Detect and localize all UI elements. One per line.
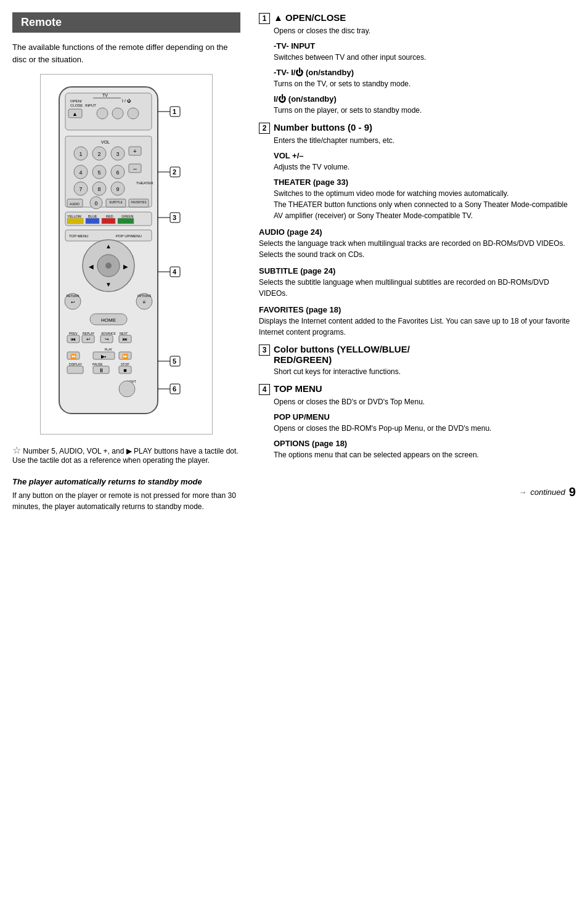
item-block-favorites: FAVORITES (page 18) Displays the Interne… <box>259 305 576 338</box>
svg-text:1: 1 <box>173 108 176 115</box>
item-title-theater: THEATER (page 33) <box>274 177 576 187</box>
svg-text:OPEN/: OPEN/ <box>70 99 82 103</box>
svg-text:8: 8 <box>97 186 100 192</box>
svg-text:+: + <box>133 148 137 155</box>
continued-arrow: → <box>518 488 526 497</box>
footer: → continued 9 <box>259 485 576 499</box>
svg-text:■: ■ <box>123 367 126 373</box>
standby-text: If any button on the player or remote is… <box>12 490 240 512</box>
svg-text:0: 0 <box>94 200 97 206</box>
svg-text:9: 9 <box>116 186 119 192</box>
svg-rect-107 <box>67 366 83 373</box>
svg-text:◀: ◀ <box>89 263 94 270</box>
item-text-vol: Adjusts the TV volume. <box>274 161 576 173</box>
item-title-player-standby: I/⏻ (on/standby) <box>274 94 576 104</box>
svg-text:VOL: VOL <box>101 140 110 144</box>
svg-text:GREEN: GREEN <box>121 214 134 218</box>
standby-section: The player automatically returns to stan… <box>12 477 240 512</box>
svg-text:6: 6 <box>173 385 176 393</box>
section-title: Remote <box>12 12 240 33</box>
item-block-subtitle: SUBTITLE (page 24) Selects the subtitle … <box>259 266 576 299</box>
item-text-options: The options menu that can be selected ap… <box>274 449 576 460</box>
svg-text:▲: ▲ <box>105 243 112 250</box>
item-title-vol: VOL +/– <box>274 151 576 160</box>
item-title-top-menu: TOP MENU <box>274 383 322 394</box>
item-text-audio: Selects the language track when multilin… <box>259 238 576 260</box>
svg-point-10 <box>97 108 108 119</box>
svg-text:RED: RED <box>106 214 113 218</box>
page-number: 9 <box>569 485 576 499</box>
svg-text:TV: TV <box>102 93 108 97</box>
item-number-2: 2 <box>259 123 270 134</box>
item-text-theater: Switches to the optimum video mode for w… <box>274 188 576 221</box>
svg-text:2: 2 <box>97 151 100 157</box>
svg-text:⏪: ⏪ <box>70 353 76 359</box>
svg-text:↩: ↩ <box>86 337 91 342</box>
svg-text:ADVANCE: ADVANCE <box>101 332 116 335</box>
item-title-favorites: FAVORITES (page 18) <box>259 305 576 314</box>
item-number-4: 4 <box>259 384 270 395</box>
item-title-open-close: ▲ OPEN/CLOSE <box>274 12 346 23</box>
svg-point-11 <box>112 108 123 119</box>
continued-text: continued <box>530 488 565 497</box>
right-column: 1 ▲ OPEN/CLOSE Opens or closes the disc … <box>253 12 576 512</box>
item-title-tv-standby: -TV- I/⏻ (on/standby) <box>274 68 576 77</box>
item-text-tv-standby: Turns on the TV, or sets to standby mode… <box>274 78 576 89</box>
item-block-audio: AUDIO (page 24) Selects the language tra… <box>259 227 576 260</box>
svg-text:3: 3 <box>116 151 119 157</box>
svg-text:POP UP/MENU: POP UP/MENU <box>116 234 142 238</box>
svg-text:▶•: ▶• <box>101 354 107 359</box>
item-text-player-standby: Turns on the player, or sets to standby … <box>274 105 576 116</box>
svg-text:▼: ▼ <box>105 281 112 288</box>
item-number-3: 3 <box>259 345 270 356</box>
item-title-options: OPTIONS (page 18) <box>274 439 576 448</box>
svg-text:FAVORITES: FAVORITES <box>131 201 147 204</box>
tip-box: ☆ Number 5, AUDIO, VOL +, and ▶ PLAY but… <box>12 444 240 465</box>
item-text-color-buttons: Short cut keys for interactive functions… <box>274 366 576 377</box>
svg-point-12 <box>128 108 139 119</box>
svg-text:OPTIONS: OPTIONS <box>137 294 152 298</box>
svg-text:5: 5 <box>173 357 176 365</box>
tip-text: Number 5, AUDIO, VOL +, and ▶ PLAY butto… <box>12 447 239 465</box>
item-text-number-buttons: Enters the title/chapter numbers, etc. <box>274 135 576 146</box>
svg-text:6: 6 <box>116 169 119 176</box>
item-text-popup-menu: Opens or closes the BD-ROM's Pop-up Menu… <box>274 423 576 434</box>
item-numbered-3: 3 Color buttons (YELLOW/BLUE/RED/GREEN) <box>259 344 576 365</box>
svg-text:BLUE: BLUE <box>88 214 97 218</box>
item-text-top-menu: Opens or closes the BD's or DVD's Top Me… <box>274 396 576 407</box>
svg-text:NEXT: NEXT <box>120 332 128 335</box>
remote-svg: OPEN/ CLOSE TV I / ⏻ INPUT ▲ 1 <box>47 81 195 426</box>
svg-text:INPUT: INPUT <box>85 104 96 107</box>
svg-text:YELLOW: YELLOW <box>67 214 82 218</box>
svg-text:7: 7 <box>79 186 82 192</box>
svg-rect-57 <box>67 218 83 224</box>
svg-point-73 <box>105 263 112 269</box>
svg-point-116 <box>119 381 135 397</box>
item-text-tv-input: Switches between TV and other input sour… <box>274 52 576 63</box>
item-block-2: 2 Number buttons (0 - 9) Enters the titl… <box>259 122 576 221</box>
item-text-favorites: Displays the Internet content added to t… <box>259 316 576 338</box>
svg-text:SUBTITLE: SUBTITLE <box>109 201 123 204</box>
tip-icon: ☆ <box>12 445 21 455</box>
svg-text:1: 1 <box>79 151 82 157</box>
svg-text:PAUSE: PAUSE <box>92 362 103 366</box>
intro-text: The available functions of the remote di… <box>12 41 240 65</box>
svg-text:PREV: PREV <box>69 332 78 335</box>
svg-text:⏮: ⏮ <box>71 337 76 342</box>
svg-rect-60 <box>118 218 134 224</box>
svg-text:CLOSE: CLOSE <box>70 104 83 107</box>
item-text-subtitle: Selects the subtitle language when multi… <box>259 277 576 299</box>
item-text-open-close: Opens or closes the disc tray. <box>274 25 576 36</box>
item-number-1: 1 <box>259 13 270 24</box>
item-numbered-2: 2 Number buttons (0 - 9) <box>259 122 576 134</box>
svg-text:HOME: HOME <box>101 317 116 323</box>
svg-text:–: – <box>133 165 137 172</box>
svg-text:≡: ≡ <box>143 300 146 305</box>
svg-text:REPLAY: REPLAY <box>83 332 95 335</box>
item-block-1: 1 ▲ OPEN/CLOSE Opens or closes the disc … <box>259 12 576 116</box>
svg-text:⏸: ⏸ <box>99 367 104 373</box>
item-title-audio: AUDIO (page 24) <box>259 227 576 237</box>
svg-text:3: 3 <box>173 214 176 221</box>
item-numbered-1: 1 ▲ OPEN/CLOSE <box>259 12 576 24</box>
svg-text:DISPLAY: DISPLAY <box>69 362 82 366</box>
